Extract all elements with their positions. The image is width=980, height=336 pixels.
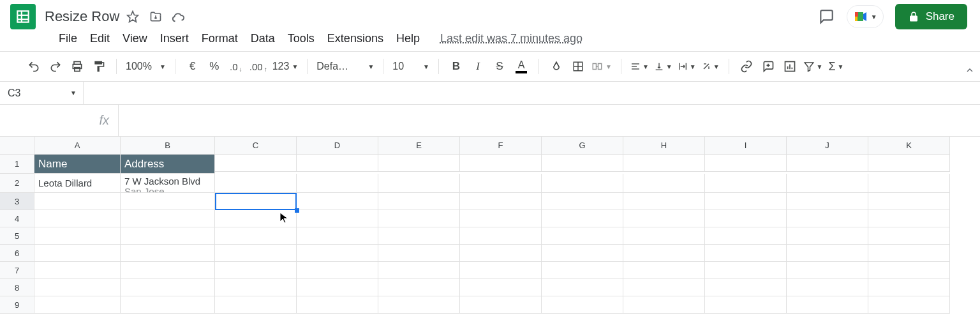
cell[interactable] <box>297 296 378 314</box>
cell[interactable] <box>378 174 460 193</box>
column-header[interactable]: K <box>868 137 950 155</box>
cell[interactable] <box>705 245 787 262</box>
cell[interactable] <box>623 245 705 262</box>
cell[interactable] <box>623 279 705 296</box>
cell[interactable] <box>121 193 215 210</box>
column-header[interactable]: E <box>378 137 460 155</box>
text-wrap-button[interactable]: ▼ <box>678 57 696 75</box>
menu-insert[interactable]: Insert <box>160 32 189 45</box>
cell[interactable] <box>542 210 623 227</box>
cell[interactable] <box>121 210 215 227</box>
insert-chart-icon[interactable] <box>782 57 798 75</box>
move-icon[interactable] <box>149 10 163 24</box>
cell[interactable] <box>378 227 460 245</box>
filter-button[interactable]: ▼ <box>803 57 823 75</box>
cell[interactable] <box>542 296 623 314</box>
cell[interactable] <box>34 279 121 296</box>
cell[interactable] <box>542 227 623 245</box>
font-select[interactable]: Default (Ari… ▼ <box>310 61 380 72</box>
formula-input[interactable] <box>119 105 980 136</box>
cell[interactable] <box>705 155 787 172</box>
cell[interactable] <box>215 262 297 279</box>
column-header[interactable]: F <box>460 137 542 155</box>
cell[interactable] <box>460 296 542 314</box>
row-header[interactable]: 7 <box>0 262 34 279</box>
cell[interactable] <box>868 193 950 210</box>
star-icon[interactable] <box>126 10 140 24</box>
expand-toolbar-icon[interactable] <box>963 64 976 77</box>
cell[interactable] <box>34 262 121 279</box>
font-size-select[interactable]: 10 ▼ <box>386 61 436 72</box>
text-color-button[interactable]: A <box>513 57 530 75</box>
cell[interactable] <box>868 279 950 296</box>
cell[interactable] <box>623 210 705 227</box>
menu-help[interactable]: Help <box>396 32 420 45</box>
horizontal-align-button[interactable]: ▼ <box>630 57 649 75</box>
column-header[interactable]: C <box>215 137 297 155</box>
cell[interactable] <box>121 245 215 262</box>
cell[interactable] <box>34 193 121 210</box>
cell[interactable] <box>787 245 868 262</box>
column-header[interactable]: G <box>542 137 623 155</box>
cell[interactable] <box>215 210 297 227</box>
row-header[interactable]: 6 <box>0 245 34 262</box>
column-header[interactable]: J <box>787 137 868 155</box>
menu-data[interactable]: Data <box>251 32 275 45</box>
name-box[interactable]: C3 ▼ <box>0 82 83 104</box>
functions-button[interactable]: Σ▼ <box>828 57 844 75</box>
cell[interactable] <box>705 210 787 227</box>
cell-selected[interactable] <box>215 193 297 210</box>
increase-decimal-icon[interactable]: .00↑ <box>249 57 267 75</box>
cell[interactable] <box>460 210 542 227</box>
cell[interactable] <box>787 262 868 279</box>
cell[interactable] <box>460 174 542 193</box>
spreadsheet-grid[interactable]: A B C D E F G H I J K 1 Name Address 2 L… <box>0 137 980 314</box>
cell[interactable] <box>34 296 121 314</box>
column-header[interactable]: I <box>705 137 787 155</box>
cell[interactable] <box>297 174 378 193</box>
zoom-select[interactable]: 100% ▼ <box>119 61 172 72</box>
cell[interactable] <box>623 193 705 210</box>
row-header[interactable]: 1 <box>0 155 34 174</box>
comments-icon[interactable] <box>817 8 835 26</box>
cell[interactable] <box>868 227 950 245</box>
cell[interactable] <box>542 279 623 296</box>
merge-cells-button[interactable]: ▼ <box>591 57 612 75</box>
cell[interactable] <box>378 210 460 227</box>
cell[interactable] <box>623 296 705 314</box>
cell[interactable] <box>705 193 787 210</box>
more-formats-button[interactable]: 123▼ <box>272 57 299 75</box>
cell[interactable] <box>623 155 705 172</box>
cell[interactable] <box>542 193 623 210</box>
select-all-corner[interactable] <box>0 137 34 155</box>
cell[interactable] <box>542 155 623 172</box>
cell[interactable] <box>787 210 868 227</box>
column-header[interactable]: A <box>34 137 121 155</box>
decrease-decimal-icon[interactable]: .0↓ <box>228 57 244 75</box>
redo-icon[interactable] <box>47 57 64 75</box>
cell[interactable] <box>34 227 121 245</box>
cell[interactable] <box>460 262 542 279</box>
cell[interactable] <box>121 262 215 279</box>
cell[interactable] <box>460 279 542 296</box>
last-edit-link[interactable]: Last edit was 7 minutes ago <box>440 32 583 45</box>
insert-comment-icon[interactable] <box>760 57 776 75</box>
cell[interactable] <box>705 174 787 193</box>
cell[interactable] <box>297 262 378 279</box>
cell[interactable] <box>121 279 215 296</box>
cell[interactable]: Leota Dillard <box>34 174 121 193</box>
cell[interactable] <box>215 155 297 172</box>
cell[interactable] <box>378 279 460 296</box>
cell[interactable] <box>460 155 542 172</box>
cell[interactable] <box>297 279 378 296</box>
row-header[interactable]: 3 <box>0 193 34 210</box>
vertical-align-button[interactable]: ▼ <box>654 57 672 75</box>
cell[interactable] <box>460 245 542 262</box>
cell[interactable] <box>542 245 623 262</box>
cell[interactable]: 7 W Jackson BlvdSan Jose <box>121 174 215 193</box>
cell[interactable] <box>378 245 460 262</box>
menu-view[interactable]: View <box>122 32 147 45</box>
cell[interactable] <box>868 210 950 227</box>
column-header[interactable]: D <box>297 137 378 155</box>
column-header[interactable]: B <box>121 137 215 155</box>
